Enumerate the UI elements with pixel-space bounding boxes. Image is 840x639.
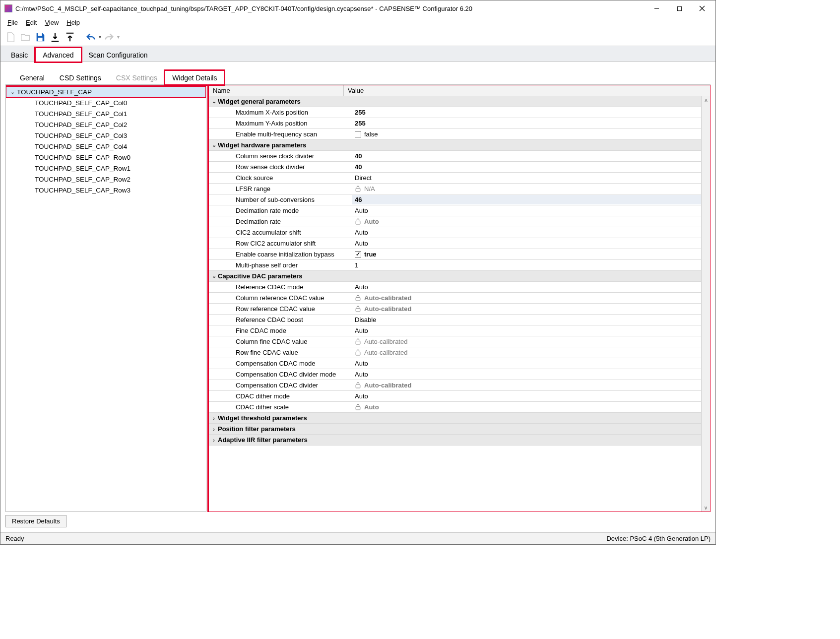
prop-col-ref[interactable]: Column reference CDAC valueAuto-calibrat… xyxy=(209,293,701,304)
subtab-csd-settings[interactable]: CSD Settings xyxy=(52,70,109,85)
menu-help[interactable]: Help xyxy=(63,18,84,27)
prop-clk-src[interactable]: Clock sourceDirect xyxy=(209,173,701,184)
lock-icon xyxy=(355,404,361,410)
restore-defaults-button[interactable]: Restore Defaults xyxy=(5,515,66,527)
scroll-up-icon[interactable]: ʌ xyxy=(705,97,708,103)
sub-tabs: General CSD Settings CSX Settings Widget… xyxy=(5,68,711,85)
section-general[interactable]: ⌄Widget general parameters xyxy=(209,96,701,107)
chevron-down-icon[interactable]: ⌄ xyxy=(209,142,217,148)
svg-rect-13 xyxy=(356,406,360,410)
col-value[interactable]: Value xyxy=(344,85,710,96)
undo-icon[interactable] xyxy=(84,30,98,44)
menu-edit[interactable]: Edit xyxy=(22,18,41,27)
prop-col-clk[interactable]: Column sense clock divider40 xyxy=(209,151,701,162)
chevron-down-icon[interactable]: ⌄ xyxy=(9,89,16,95)
tree-item[interactable]: TOUCHPAD_SELF_CAP_Row3 xyxy=(6,185,206,195)
new-file-icon[interactable] xyxy=(3,30,17,44)
lock-icon xyxy=(355,338,361,345)
col-name[interactable]: Name xyxy=(209,85,344,96)
prop-row-cic2[interactable]: Row CIC2 accumulator shiftAuto xyxy=(209,238,701,249)
prop-dither-scale[interactable]: CDAC dither scaleAuto xyxy=(209,402,701,413)
tab-advanced[interactable]: Advanced xyxy=(35,48,81,62)
lock-icon xyxy=(355,186,361,192)
titlebar: C:/mtw/PSoC_4_MSCLP_self-capacitance_tou… xyxy=(0,0,715,16)
prop-comp-div[interactable]: Compensation CDAC dividerAuto-calibrated xyxy=(209,380,701,391)
checkbox-icon[interactable] xyxy=(355,251,361,257)
prop-fine-mode[interactable]: Fine CDAC modeAuto xyxy=(209,325,701,336)
chevron-right-icon[interactable]: › xyxy=(209,437,217,443)
prop-row-clk[interactable]: Row sense clock divider40 xyxy=(209,162,701,173)
export-icon[interactable] xyxy=(63,30,77,44)
svg-rect-12 xyxy=(356,384,360,388)
prop-dec-rate[interactable]: Decimation rateAuto xyxy=(209,216,701,227)
lock-icon xyxy=(355,295,361,301)
tree-item[interactable]: TOUCHPAD_SELF_CAP_Col1 xyxy=(6,108,206,119)
prop-comp-div-mode[interactable]: Compensation CDAC divider modeAuto xyxy=(209,369,701,380)
svg-rect-9 xyxy=(356,308,360,312)
section-posfilter[interactable]: ›Position filter parameters xyxy=(209,424,701,435)
prop-enable-mfs[interactable]: Enable multi-frequency scanfalse xyxy=(209,129,701,140)
app-window: C:/mtw/PSoC_4_MSCLP_self-capacitance_tou… xyxy=(0,0,716,545)
prop-nsub[interactable]: Number of sub-conversions46 xyxy=(209,194,701,205)
svg-rect-8 xyxy=(356,297,360,301)
prop-ref-boost[interactable]: Reference CDAC boostDisable xyxy=(209,315,701,325)
scroll-down-icon[interactable]: v xyxy=(705,505,707,511)
close-button[interactable] xyxy=(691,1,713,16)
import-icon[interactable] xyxy=(48,30,62,44)
tab-scan-configuration[interactable]: Scan Configuration xyxy=(81,48,155,62)
chevron-right-icon[interactable]: › xyxy=(209,415,217,421)
tree-item[interactable]: TOUCHPAD_SELF_CAP_Row1 xyxy=(6,163,206,174)
section-iir[interactable]: ›Adaptive IIR filter parameters xyxy=(209,435,701,446)
app-icon xyxy=(4,4,12,12)
prop-ref-mode[interactable]: Reference CDAC modeAuto xyxy=(209,282,701,293)
tree-item[interactable]: TOUCHPAD_SELF_CAP_Col2 xyxy=(6,119,206,130)
prop-dither-mode[interactable]: CDAC dither modeAuto xyxy=(209,391,701,402)
toolbar: ▾ ▾ xyxy=(0,28,715,46)
lock-icon xyxy=(355,306,361,312)
tab-basic[interactable]: Basic xyxy=(3,48,35,62)
svg-rect-7 xyxy=(356,221,360,224)
property-grid: Name Value ⌄Widget general parameters Ma… xyxy=(208,85,711,512)
scrollbar[interactable]: ʌ v xyxy=(701,96,710,511)
subtab-widget-details[interactable]: Widget Details xyxy=(165,70,224,85)
tree-item[interactable]: TOUCHPAD_SELF_CAP_Col0 xyxy=(6,97,206,108)
menu-file[interactable]: File xyxy=(3,18,22,27)
open-file-icon[interactable] xyxy=(18,30,32,44)
grid-body[interactable]: ⌄Widget general parameters Maximum X-Axi… xyxy=(209,96,701,511)
minimize-button[interactable] xyxy=(645,1,668,16)
section-hardware[interactable]: ⌄Widget hardware parameters xyxy=(209,140,701,151)
prop-row-ref[interactable]: Row reference CDAC valueAuto-calibrated xyxy=(209,304,701,315)
section-threshold[interactable]: ›Widget threshold parameters xyxy=(209,413,701,424)
tree-item[interactable]: TOUCHPAD_SELF_CAP_Row2 xyxy=(6,174,206,185)
prop-coarse-init[interactable]: Enable coarse initialization bypasstrue xyxy=(209,249,701,260)
maximize-button[interactable] xyxy=(668,1,691,16)
svg-rect-11 xyxy=(356,352,360,355)
prop-cic2[interactable]: CIC2 accumulator shiftAuto xyxy=(209,227,701,238)
chevron-down-icon[interactable]: ⌄ xyxy=(209,273,217,279)
chevron-right-icon[interactable]: › xyxy=(209,426,217,432)
redo-icon[interactable] xyxy=(102,30,116,44)
prop-col-fine[interactable]: Column fine CDAC valueAuto-calibrated xyxy=(209,336,701,347)
subtab-general[interactable]: General xyxy=(12,70,52,85)
prop-lfsr[interactable]: LFSR rangeN/A xyxy=(209,184,701,194)
prop-dec-mode[interactable]: Decimation rate modeAuto xyxy=(209,205,701,216)
tree-root-item[interactable]: ⌄ TOUCHPAD_SELF_CAP xyxy=(6,86,206,97)
menu-view[interactable]: View xyxy=(41,18,63,27)
prop-max-y[interactable]: Maximum Y-Axis position255 xyxy=(209,118,701,129)
subtab-csx-settings[interactable]: CSX Settings xyxy=(109,70,165,85)
tree-item[interactable]: TOUCHPAD_SELF_CAP_Col3 xyxy=(6,130,206,141)
status-device: Device: PSoC 4 (5th Generation LP) xyxy=(606,535,711,542)
checkbox-icon[interactable] xyxy=(355,131,361,137)
widget-tree[interactable]: ⌄ TOUCHPAD_SELF_CAP TOUCHPAD_SELF_CAP_Co… xyxy=(5,85,206,512)
prop-mpso[interactable]: Multi-phase self order1 xyxy=(209,260,701,271)
tree-item[interactable]: TOUCHPAD_SELF_CAP_Col4 xyxy=(6,141,206,152)
window-title: C:/mtw/PSoC_4_MSCLP_self-capacitance_tou… xyxy=(15,5,645,12)
prop-max-x[interactable]: Maximum X-Axis position255 xyxy=(209,107,701,118)
section-cdac[interactable]: ⌄Capacitive DAC parameters xyxy=(209,271,701,282)
prop-row-fine[interactable]: Row fine CDAC valueAuto-calibrated xyxy=(209,347,701,358)
prop-comp-mode[interactable]: Compensation CDAC modeAuto xyxy=(209,358,701,369)
chevron-down-icon[interactable]: ⌄ xyxy=(209,98,217,105)
save-icon[interactable] xyxy=(33,30,47,44)
tree-item[interactable]: TOUCHPAD_SELF_CAP_Row0 xyxy=(6,152,206,163)
lock-icon xyxy=(355,218,361,225)
